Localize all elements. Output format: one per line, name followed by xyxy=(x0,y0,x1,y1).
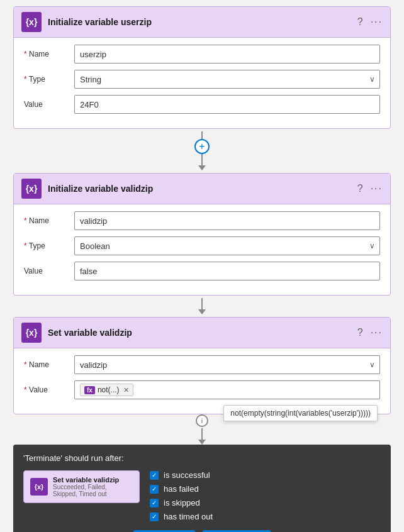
formula-chip: fx not(...) ✕ xyxy=(80,384,133,396)
value-label-set-validzip: Value xyxy=(24,385,74,394)
label-is-skipped: is skipped xyxy=(164,498,200,507)
help-icon-set-validzip[interactable]: ? xyxy=(357,327,363,338)
card-body-validzip: Name Type Boolean String Integer Float A… xyxy=(14,204,390,295)
formula-chip-text: not(...) xyxy=(98,385,120,394)
name-label-validzip: Name xyxy=(24,216,74,225)
run-after-source-subtitle: Succeeded, Failed, Skipped, Timed out xyxy=(53,484,133,497)
check-icon-skipped: ✓ xyxy=(152,500,157,506)
help-icon-userzip[interactable]: ? xyxy=(357,16,363,28)
name-input-userzip[interactable] xyxy=(74,45,380,64)
run-after-title: 'Terminate' should run after: xyxy=(23,453,381,463)
card-icon-set-validzip: {x} xyxy=(21,323,42,343)
connector-line-bottom-1 xyxy=(201,154,203,165)
type-select-wrapper-userzip: String Boolean Integer Float Array Objec… xyxy=(74,70,380,89)
connector-plus-1: + xyxy=(194,129,210,173)
info-icon: i xyxy=(196,414,208,427)
name-input-validzip[interactable] xyxy=(74,211,380,230)
label-has-failed: has failed xyxy=(164,484,199,494)
name-select-wrapper-set-validzip: validzip userzip ∨ xyxy=(74,355,380,374)
run-after-source-icon: {x} xyxy=(30,478,48,496)
connector-arrow-2 xyxy=(198,296,206,317)
name-label-set-validzip: Name xyxy=(24,360,74,369)
check-icon-successful: ✓ xyxy=(152,472,157,479)
type-select-validzip[interactable]: Boolean String Integer Float Array Objec… xyxy=(74,236,380,255)
type-select-wrapper-validzip: Boolean String Integer Float Array Objec… xyxy=(74,236,380,255)
card-body-set-validzip: Name validzip userzip ∨ Value fx not(...… xyxy=(14,348,390,414)
run-after-options: ✓ is successful ✓ has failed ✓ is skippe… xyxy=(150,470,213,521)
check-icon-timed-out: ✓ xyxy=(152,514,157,520)
info-arrow-line xyxy=(201,428,203,440)
label-is-successful: is successful xyxy=(164,470,210,480)
card-initialize-userzip: {x} Initialize variable userzip ? ··· Na… xyxy=(13,6,391,129)
formula-tooltip: not(empty(string(int(variables('userzip'… xyxy=(223,405,378,421)
add-step-button-1[interactable]: + xyxy=(194,139,210,154)
run-after-source-title: Set variable validzip xyxy=(53,476,133,484)
card-title-validzip: Initialize variable validzip xyxy=(48,184,351,194)
option-has-timed-out: ✓ has timed out xyxy=(150,512,213,521)
run-after-content: {x} Set variable validzip Succeeded, Fai… xyxy=(23,470,381,521)
connector-arrowhead-2 xyxy=(198,309,206,314)
fx-icon: fx xyxy=(84,386,95,394)
option-is-successful: ✓ is successful xyxy=(150,470,213,480)
type-label-validzip: Type xyxy=(24,241,74,250)
value-input-validzip[interactable] xyxy=(74,262,380,280)
connector-line-2 xyxy=(201,298,203,309)
name-label-userzip: Name xyxy=(24,50,74,58)
field-row-value-userzip: Value xyxy=(24,94,380,114)
info-arrow-head xyxy=(198,440,206,445)
formula-expression-text: not(empty(string(int(variables('userzip'… xyxy=(230,409,371,418)
run-after-source-card: {x} Set variable validzip Succeeded, Fai… xyxy=(23,470,140,503)
help-icon-validzip[interactable]: ? xyxy=(357,183,363,194)
more-icon-set-validzip[interactable]: ··· xyxy=(371,327,383,338)
card-set-validzip: {x} Set variable validzip ? ··· Name val… xyxy=(13,317,391,414)
field-row-type-userzip: Type String Boolean Integer Float Array … xyxy=(24,69,380,89)
card-header-validzip: {x} Initialize variable validzip ? ··· xyxy=(14,174,390,204)
connector-arrow-1 xyxy=(198,165,206,170)
value-label-validzip: Value xyxy=(24,267,74,275)
field-row-name-validzip: Name xyxy=(24,211,380,231)
checkbox-has-timed-out[interactable]: ✓ xyxy=(150,513,159,521)
more-icon-validzip[interactable]: ··· xyxy=(371,183,383,194)
card-header-set-validzip: {x} Set variable validzip ? ··· xyxy=(14,318,390,348)
checkbox-has-failed[interactable]: ✓ xyxy=(150,485,159,494)
card-icon-validzip: {x} xyxy=(21,179,42,199)
run-after-source-text: Set variable validzip Succeeded, Failed,… xyxy=(53,476,133,497)
field-row-name-set-validzip: Name validzip userzip ∨ xyxy=(24,355,380,375)
formula-close-button[interactable]: ✕ xyxy=(123,386,129,394)
type-select-userzip[interactable]: String Boolean Integer Float Array Objec… xyxy=(74,70,380,89)
field-row-value-validzip: Value xyxy=(24,261,380,281)
checkbox-is-skipped[interactable]: ✓ xyxy=(150,499,159,507)
option-is-skipped: ✓ is skipped xyxy=(150,498,213,507)
label-has-timed-out: has timed out xyxy=(164,512,213,521)
field-row-type-validzip: Type Boolean String Integer Float Array … xyxy=(24,236,380,256)
card-actions-userzip: ? ··· xyxy=(357,16,383,28)
card-icon-userzip: {x} xyxy=(21,12,42,32)
value-field-set-validzip[interactable]: fx not(...) ✕ xyxy=(74,380,380,400)
connector-line-top-1 xyxy=(201,131,203,139)
checkbox-is-successful[interactable]: ✓ xyxy=(150,471,159,480)
name-select-set-validzip[interactable]: validzip userzip xyxy=(74,355,380,374)
value-input-userzip[interactable] xyxy=(74,95,380,114)
card-title-set-validzip: Set variable validzip xyxy=(48,328,351,338)
value-label-userzip: Value xyxy=(24,100,74,109)
card-initialize-validzip: {x} Initialize variable validzip ? ··· N… xyxy=(13,173,391,296)
card-body-userzip: Name Type String Boolean Integer Float A… xyxy=(14,38,390,128)
option-has-failed: ✓ has failed xyxy=(150,484,213,494)
type-label-userzip: Type xyxy=(24,75,74,84)
card-header-userzip: {x} Initialize variable userzip ? ··· xyxy=(14,7,390,38)
field-row-name-userzip: Name xyxy=(24,44,380,64)
field-row-value-set-validzip: Value fx not(...) ✕ xyxy=(24,380,380,400)
card-title-userzip: Initialize variable userzip xyxy=(48,17,351,27)
card-actions-validzip: ? ··· xyxy=(357,183,383,194)
run-after-panel: 'Terminate' should run after: {x} Set va… xyxy=(13,445,391,532)
check-icon-failed: ✓ xyxy=(152,486,157,492)
info-connector: i xyxy=(196,414,208,445)
card-actions-set-validzip: ? ··· xyxy=(357,327,383,338)
more-icon-userzip[interactable]: ··· xyxy=(371,16,383,28)
